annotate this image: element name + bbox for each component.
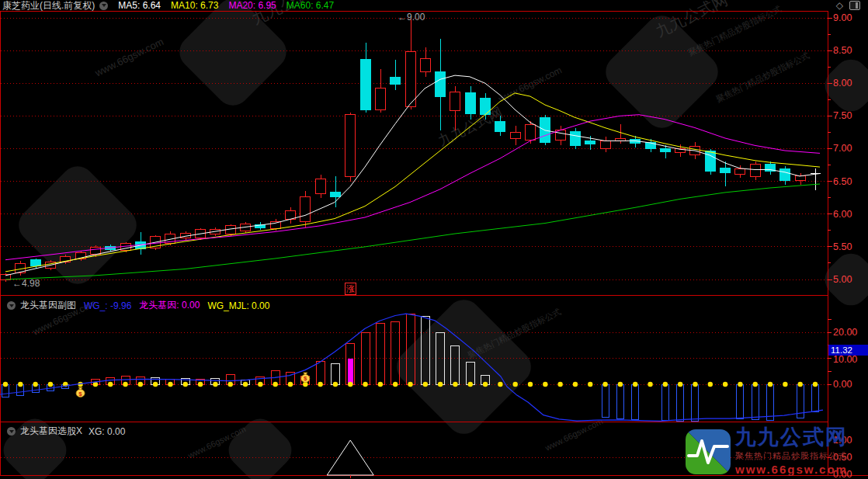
indicator-title: 龙头基因副图 bbox=[20, 299, 76, 312]
top-bar: 康芝药业(日线.前复权) MA5: 6.64 MA10: 6.73 MA20: … bbox=[0, 0, 868, 11]
wg-value: WG_: -9.96 bbox=[84, 300, 131, 311]
low-price-annotation: ←4.98 bbox=[12, 278, 40, 289]
svg-text:$: $ bbox=[78, 390, 82, 397]
price-label: 9.00 bbox=[833, 12, 867, 23]
site-logo-icon bbox=[686, 429, 731, 474]
stock-title: 康芝药业(日线.前复权) bbox=[2, 0, 95, 11]
diamond-icon[interactable]: ◇ bbox=[836, 0, 843, 11]
selector-title: 龙头基因选股X bbox=[20, 425, 82, 438]
price-label: 8.50 bbox=[833, 45, 867, 56]
price-label: 7.00 bbox=[833, 143, 867, 154]
ma20-value: MA20: 6.95 bbox=[228, 0, 276, 11]
indicator-axis-label: 10.00 bbox=[833, 354, 867, 365]
ma10-value: MA10: 6.73 bbox=[171, 0, 218, 11]
selector-panel-header[interactable]: 龙头基因选股X XG: 0.00 bbox=[2, 425, 125, 438]
site-watermark: 九九公式网 聚焦热门精品炒股指标公式 www.66gsw.com bbox=[686, 427, 848, 476]
indicator-axis-label: 20.00 bbox=[833, 327, 867, 338]
price-label: 5.50 bbox=[833, 241, 867, 252]
watermark-brand: 九九公式网 bbox=[735, 427, 848, 448]
svg-text:$: $ bbox=[304, 375, 307, 382]
watermark-slogan: 聚焦热门精品炒股指标公式 bbox=[735, 450, 848, 462]
ma5-value: MA5: 6.64 bbox=[118, 0, 161, 11]
price-label: 6.00 bbox=[833, 209, 867, 220]
wgmjl-value: WG_MJL: 0.00 bbox=[207, 300, 269, 311]
price-label: 6.50 bbox=[833, 176, 867, 187]
window-panel-icon[interactable] bbox=[849, 1, 860, 10]
indicator-axis-label: 0.00 bbox=[833, 379, 867, 390]
high-price-annotation: ←9.00 bbox=[398, 12, 425, 23]
chevron-down-icon[interactable] bbox=[99, 2, 108, 10]
price-label: 7.50 bbox=[833, 110, 867, 121]
watermark-url: www.66gsw.com bbox=[735, 463, 848, 476]
chevron-down-icon[interactable] bbox=[7, 301, 16, 310]
chart-canvas[interactable]: $$ bbox=[0, 0, 868, 479]
xg-value: XG: 0.00 bbox=[89, 426, 125, 437]
limit-up-marker: 涨 bbox=[345, 283, 356, 295]
gene-value: 龙头基因: 0.00 bbox=[139, 299, 200, 312]
stock-chart-window: 九九公式网九九公式网聚焦热门精品炒股指标公式www.66gsw.comwww.6… bbox=[0, 0, 868, 479]
current-value-box: 11.32 bbox=[828, 345, 868, 356]
indicator-panel-header[interactable]: 龙头基因副图 WG_: -9.96 龙头基因: 0.00 WG_MJL: 0.0… bbox=[2, 299, 269, 312]
chevron-down-icon[interactable] bbox=[7, 427, 16, 436]
price-label: 5.00 bbox=[833, 274, 867, 285]
price-label: 8.00 bbox=[833, 78, 867, 89]
ma60-value: MA60: 6.47 bbox=[286, 0, 334, 11]
